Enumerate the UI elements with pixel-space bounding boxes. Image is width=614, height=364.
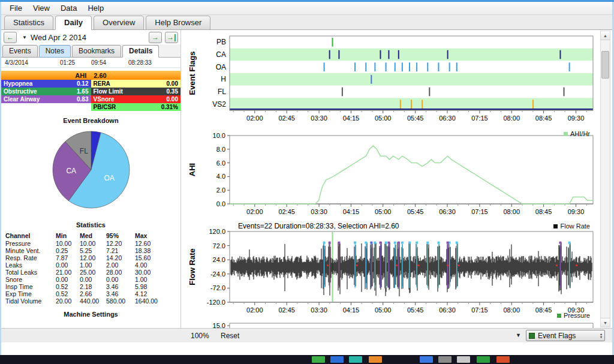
ahi-legend-label: AHI/Hr bbox=[570, 130, 590, 137]
menu-view[interactable]: View bbox=[28, 2, 55, 14]
svg-text:-72.0: -72.0 bbox=[210, 284, 225, 291]
pressure-legend-swatch bbox=[557, 314, 561, 318]
taskbar-item[interactable] bbox=[349, 356, 362, 363]
reset-button[interactable]: Reset bbox=[217, 330, 243, 341]
tab-notes[interactable]: Notes bbox=[39, 45, 71, 58]
svg-text:02:45: 02:45 bbox=[278, 208, 295, 215]
stats-cell: 18.38 bbox=[131, 247, 180, 254]
taskbar-item[interactable] bbox=[477, 356, 490, 363]
event-rate-label: PB/CSR bbox=[94, 104, 116, 110]
session-duration: 08:28:33 bbox=[128, 59, 177, 66]
taskbar-item[interactable] bbox=[496, 356, 510, 363]
flow-rate-chart[interactable]: Events=22 Duration=08:28:33, Selection A… bbox=[183, 221, 598, 318]
stats-cell: 4.12 bbox=[131, 290, 180, 297]
svg-text:02:00: 02:00 bbox=[246, 208, 263, 215]
tab-statistics[interactable]: Statistics bbox=[4, 16, 53, 30]
next-day-button[interactable]: → bbox=[149, 32, 162, 43]
menu-data[interactable]: Data bbox=[55, 2, 82, 14]
svg-text:06:30: 06:30 bbox=[439, 306, 456, 314]
svg-text:05:45: 05:45 bbox=[407, 115, 424, 122]
stats-cell: Resp. Rate bbox=[1, 254, 52, 261]
event-rate-label: RERA bbox=[94, 80, 110, 87]
svg-text:Flow Rate: Flow Rate bbox=[188, 248, 197, 285]
menu-help[interactable]: Help bbox=[82, 2, 109, 14]
stats-row: Leaks0.001.002.004.00 bbox=[1, 261, 180, 269]
stats-cell: 1640.00 bbox=[131, 297, 180, 305]
ahi-chart[interactable]: 0.02.04.06.08.010.002:0002:4503:3004:150… bbox=[183, 128, 598, 219]
stats-header-cell: Max bbox=[131, 231, 180, 240]
svg-text:05:00: 05:00 bbox=[375, 208, 392, 215]
stats-cell: 3.46 bbox=[102, 283, 131, 290]
scrollbar-thumb[interactable] bbox=[601, 51, 609, 79]
menu-file[interactable]: File bbox=[4, 2, 28, 14]
session-info-row: 4/3/2014 01:25 09:54 08:28:33 bbox=[1, 58, 180, 68]
combobox-color-icon bbox=[529, 333, 535, 339]
pressure-chart-partial[interactable]: 15.0 bbox=[183, 320, 598, 328]
ahi-value: 2.60 bbox=[94, 72, 106, 79]
svg-text:03:30: 03:30 bbox=[311, 208, 327, 215]
svg-text:4.0: 4.0 bbox=[216, 173, 225, 180]
scroll-up-arrow-icon[interactable]: ▲ bbox=[601, 31, 610, 40]
prev-day-button[interactable]: ← bbox=[4, 32, 17, 43]
stats-cell: 7.21 bbox=[102, 247, 131, 254]
taskbar-item[interactable] bbox=[330, 356, 344, 363]
svg-text:02:00: 02:00 bbox=[246, 115, 263, 122]
tab-help-browser[interactable]: Help Browser bbox=[146, 16, 210, 30]
svg-text:05:00: 05:00 bbox=[375, 306, 392, 314]
stats-cell: 10.00 bbox=[52, 240, 76, 247]
svg-text:OA: OA bbox=[216, 63, 226, 71]
tab-details[interactable]: Details bbox=[122, 45, 159, 58]
taskbar-item[interactable] bbox=[369, 356, 382, 363]
main-tab-bar: Statistics Daily Overview Help Browser bbox=[1, 15, 612, 30]
svg-text:08:45: 08:45 bbox=[535, 115, 552, 122]
svg-text:24.0: 24.0 bbox=[213, 256, 225, 263]
session-start-time: 01:25 bbox=[60, 59, 91, 66]
combobox-spin-arrows-icon[interactable]: ▴▾ bbox=[600, 333, 602, 339]
svg-text:04:15: 04:15 bbox=[343, 115, 360, 122]
taskbar-item[interactable] bbox=[420, 356, 433, 363]
taskbar-item[interactable] bbox=[457, 356, 470, 363]
svg-text:FL: FL bbox=[218, 88, 226, 96]
event-rate-value: 0.83 bbox=[77, 96, 88, 103]
event-flags-chart[interactable]: PBCAOAHFLVS202:0002:4503:3004:1505:0005:… bbox=[183, 34, 598, 126]
tab-bookmarks[interactable]: Bookmarks bbox=[72, 45, 121, 58]
taskbar[interactable] bbox=[0, 355, 614, 364]
latest-day-button[interactable]: →| bbox=[165, 32, 178, 43]
stats-cell: 30.00 bbox=[131, 269, 180, 276]
svg-text:08:00: 08:00 bbox=[503, 306, 520, 314]
svg-text:-24.0: -24.0 bbox=[210, 270, 225, 278]
vertical-scrollbar[interactable]: ▲ ▼ bbox=[600, 31, 610, 327]
svg-text:04:15: 04:15 bbox=[343, 208, 360, 215]
scroll-down-arrow-icon[interactable]: ▼ bbox=[601, 318, 610, 327]
event-breakdown-pie: OACAFL bbox=[1, 125, 180, 215]
statistics-title: Statistics bbox=[1, 221, 180, 228]
stats-row: Insp Time0.522.183.465.98 bbox=[1, 283, 180, 290]
stats-cell: 0.00 bbox=[102, 276, 131, 283]
tab-events[interactable]: Events bbox=[2, 45, 38, 58]
event-rate-pb-csr: PB/CSR0.31% bbox=[91, 103, 181, 111]
svg-text:06:30: 06:30 bbox=[439, 115, 456, 122]
svg-text:CA: CA bbox=[66, 167, 76, 175]
date-dropdown[interactable]: ▼ Wed Apr 2 2014 bbox=[20, 33, 89, 42]
event-rate-rera: RERA0.00 bbox=[91, 80, 181, 88]
ahi-legend: AHI/Hr bbox=[564, 130, 590, 137]
chart-dropdown-button[interactable]: ▼ bbox=[516, 332, 521, 338]
svg-text:07:15: 07:15 bbox=[471, 306, 488, 314]
event-rate-value: 1.65 bbox=[77, 88, 88, 95]
tab-daily[interactable]: Daily bbox=[55, 16, 92, 30]
taskbar-item[interactable] bbox=[312, 356, 325, 363]
svg-text:05:45: 05:45 bbox=[407, 306, 424, 314]
stats-cell: Leaks bbox=[1, 261, 52, 269]
ahi-summary-bar: AHI 2.60 bbox=[1, 71, 180, 80]
taskbar-item[interactable] bbox=[438, 356, 452, 363]
tab-overview[interactable]: Overview bbox=[94, 16, 144, 30]
pie-chart: OACAFL bbox=[19, 125, 163, 215]
stats-cell: 25.00 bbox=[76, 269, 102, 276]
svg-text:AHI: AHI bbox=[188, 163, 197, 176]
svg-text:CA: CA bbox=[216, 50, 226, 59]
pressure-legend: Pressure bbox=[557, 312, 590, 319]
stats-cell: 1.00 bbox=[76, 261, 102, 269]
stats-cell: 14.20 bbox=[102, 254, 131, 261]
svg-text:03:30: 03:30 bbox=[311, 115, 327, 122]
event-flags-combobox[interactable]: Event Flags ▴▾ bbox=[526, 330, 605, 341]
